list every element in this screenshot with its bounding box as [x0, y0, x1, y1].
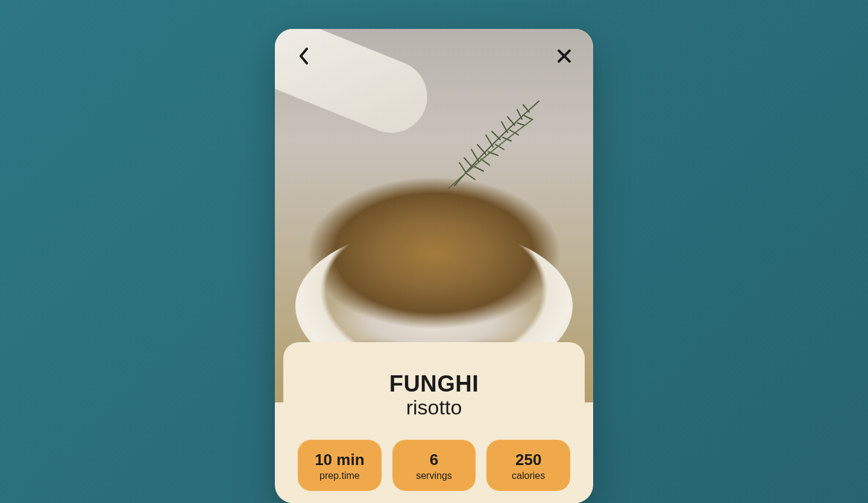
back-button[interactable]	[292, 44, 316, 68]
stat-value: 250	[491, 451, 565, 469]
recipe-subtitle: risotto	[298, 396, 570, 419]
close-icon	[556, 48, 572, 64]
stat-calories[interactable]: 250 calories	[486, 440, 570, 491]
recipe-title: FUNGHI	[298, 371, 570, 397]
stats-row: 10 min prep.time 6 servings 250 calories	[298, 440, 570, 491]
top-bar	[275, 29, 593, 83]
close-button[interactable]	[552, 44, 576, 68]
rosemary-garnish	[442, 95, 551, 192]
stat-value: 10 min	[303, 451, 377, 469]
details-sheet: FUNGHI risotto 10 min prep.time 6 servin…	[283, 342, 585, 503]
recipe-card: FUNGHI risotto 10 min prep.time 6 servin…	[275, 29, 593, 503]
chevron-left-icon	[298, 46, 310, 66]
stat-servings[interactable]: 6 servings	[392, 440, 476, 491]
stat-label: prep.time	[303, 470, 377, 481]
stat-label: servings	[397, 470, 471, 481]
stat-prep-time[interactable]: 10 min prep.time	[298, 440, 382, 491]
stat-label: calories	[491, 470, 565, 481]
stat-value: 6	[397, 451, 471, 469]
